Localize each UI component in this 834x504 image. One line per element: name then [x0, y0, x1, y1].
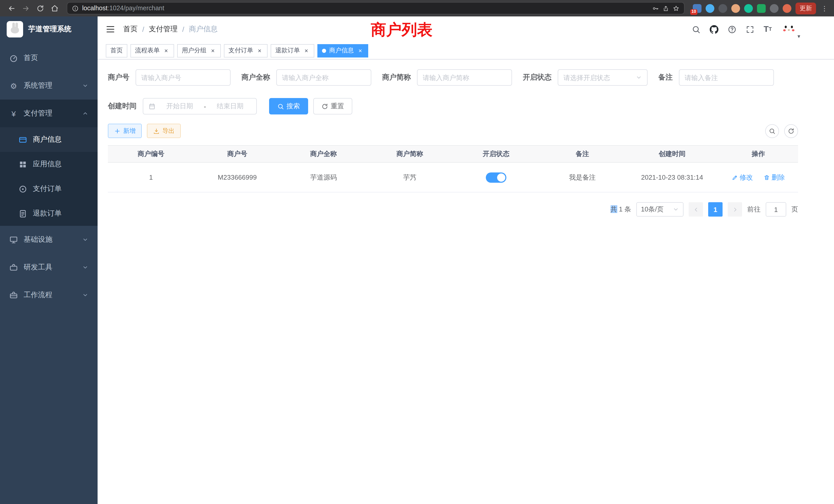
add-button[interactable]: 新增 [108, 124, 142, 138]
full-name-input[interactable] [282, 74, 366, 81]
search-icon[interactable] [691, 24, 701, 35]
sidebar-item-system[interactable]: ⚙ 系统管理 [0, 72, 97, 99]
site-info-icon[interactable] [72, 5, 79, 12]
sidebar-item-app-info[interactable]: 应用信息 [0, 152, 97, 177]
search-button[interactable]: 搜索 [269, 98, 308, 114]
chevron-up-icon [82, 110, 88, 116]
prev-page-button[interactable] [689, 202, 703, 216]
refresh-table-button[interactable] [784, 124, 798, 138]
col-remark: 备注 [539, 145, 626, 162]
status-select-input[interactable] [563, 74, 633, 81]
back-button[interactable] [5, 2, 18, 14]
browser-update-button[interactable]: 更新 [795, 2, 816, 14]
caret-down-icon [673, 206, 679, 212]
export-button[interactable]: 导出 [147, 124, 181, 138]
screen: localhost:1024/pay/merchant 10 更新 ⋮ [0, 0, 834, 504]
filter-label-short-name: 商户简称 [382, 73, 417, 82]
cell-full-name: 芋道源码 [280, 162, 367, 192]
col-merchant-no: 商户号 [194, 145, 280, 162]
top-navbar: 首页 / 支付管理 / 商户信息 商户列表 [97, 17, 834, 42]
next-page-button[interactable] [728, 202, 742, 216]
status-toggle[interactable] [486, 172, 506, 182]
trash-icon [764, 174, 770, 180]
app-logo[interactable]: 芋道管理系统 [0, 17, 97, 42]
short-name-input[interactable] [423, 74, 506, 81]
sidebar-item-pay-order[interactable]: 支付订单 [0, 177, 97, 201]
merchant-no-input[interactable] [141, 74, 225, 81]
goto-suffix: 页 [791, 205, 798, 214]
breadcrumb-payment[interactable]: 支付管理 [149, 25, 178, 34]
sidebar-toggle[interactable] [105, 24, 116, 35]
address-bar[interactable]: localhost:1024/pay/merchant [67, 2, 684, 14]
extension-avatar-icon[interactable] [783, 4, 791, 13]
reload-icon [36, 4, 44, 12]
close-icon[interactable]: × [163, 47, 170, 54]
cell-status [453, 162, 539, 192]
sidebar-item-dev-tools[interactable]: 研发工具 [0, 254, 97, 281]
chevron-down-icon [82, 264, 88, 271]
table-header-row: 商户编号 商户号 商户全称 商户简称 开启状态 备注 创建时间 操作 [108, 145, 798, 162]
sidebar-item-infrastructure[interactable]: 基础设施 [0, 226, 97, 254]
page-size-select[interactable]: 10条/页 [636, 202, 683, 216]
extension-avatar-icon[interactable] [731, 4, 740, 13]
remark-input[interactable] [684, 74, 768, 81]
cell-merchant-no: M233666999 [194, 162, 280, 192]
font-size-icon[interactable]: TT [763, 24, 773, 35]
tab-merchant-info[interactable]: 商户信息 × [317, 44, 368, 57]
forward-button[interactable] [20, 2, 32, 14]
bookmark-star-icon[interactable] [673, 5, 679, 12]
extension-icon[interactable] [757, 4, 766, 13]
sidebar-item-refund-order[interactable]: 退款订单 [0, 201, 97, 226]
tab-refund-order[interactable]: 退款订单 × [271, 44, 314, 57]
col-actions: 操作 [719, 145, 798, 162]
help-icon[interactable] [727, 24, 737, 35]
extension-icon[interactable]: 10 [693, 4, 702, 13]
col-status: 开启状态 [453, 145, 539, 162]
tab-user-group[interactable]: 用户分组 × [177, 44, 221, 57]
page-annotation: 商户列表 [371, 20, 433, 41]
tab-process-form[interactable]: 流程表单 × [130, 44, 174, 57]
password-key-icon[interactable] [652, 5, 659, 12]
cell-short-name: 芋艿 [367, 162, 453, 192]
cell-merchant-id: 1 [108, 162, 194, 192]
filter-label-full-name: 商户全称 [241, 73, 276, 82]
home-button[interactable] [48, 2, 61, 14]
hide-search-button[interactable] [765, 124, 779, 138]
close-icon[interactable]: × [303, 47, 310, 54]
goto-page-input[interactable] [766, 202, 786, 216]
sidebar-item-payment[interactable]: ¥ 支付管理 [0, 99, 97, 127]
page-number-1[interactable]: 1 [708, 202, 723, 216]
browser-menu-icon[interactable]: ⋮ [820, 4, 829, 12]
table-toolbar: 新增 导出 [108, 124, 798, 138]
cell-remark: 我是备注 [539, 162, 626, 192]
extension-icon[interactable] [706, 4, 714, 13]
github-icon[interactable] [709, 24, 719, 35]
user-menu[interactable]: ▼ [781, 20, 798, 39]
col-create-time: 创建时间 [626, 145, 719, 162]
extension-icon[interactable] [744, 4, 753, 13]
gear-icon: ⚙ [9, 82, 18, 90]
extension-icon[interactable] [719, 4, 727, 13]
tab-home[interactable]: 首页 [106, 44, 127, 57]
extension-puzzle-icon[interactable] [770, 4, 778, 13]
browser-toolbar: localhost:1024/pay/merchant 10 更新 ⋮ [0, 0, 834, 17]
sidebar-item-workflow[interactable]: 工作流程 [0, 281, 97, 309]
status-select[interactable] [558, 69, 648, 86]
delete-link[interactable]: 删除 [764, 173, 785, 182]
sidebar-item-merchant-info[interactable]: 商户信息 [0, 127, 97, 152]
breadcrumb-home[interactable]: 首页 [123, 25, 138, 34]
close-icon[interactable]: × [210, 47, 216, 54]
share-icon[interactable] [662, 5, 669, 12]
refresh-icon [322, 103, 328, 110]
close-icon[interactable]: × [357, 47, 364, 54]
tab-pay-order[interactable]: 支付订单 × [224, 44, 267, 57]
reload-button[interactable] [34, 2, 46, 14]
fullscreen-icon[interactable] [745, 24, 755, 35]
hamburger-icon [106, 25, 115, 34]
sidebar-item-home[interactable]: 首页 [0, 44, 97, 72]
close-icon[interactable]: × [256, 47, 263, 54]
reset-button[interactable]: 重置 [313, 98, 352, 114]
edit-link[interactable]: 修改 [732, 173, 753, 182]
table-row: 1 M233666999 芋道源码 芋艿 我是备注 2021-10-23 08:… [108, 162, 798, 192]
create-time-range-picker[interactable]: 开始日期 - 结束日期 [143, 98, 257, 114]
